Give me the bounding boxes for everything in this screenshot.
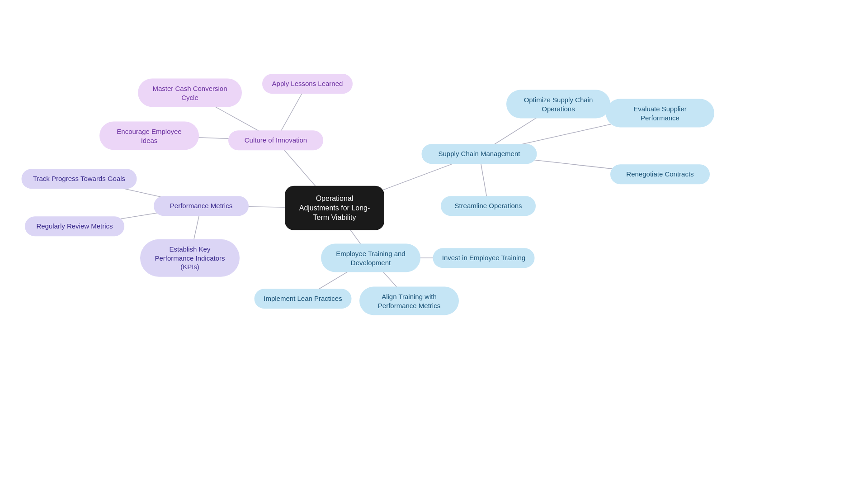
node-regularly_review[interactable]: Regularly Review Metrics (25, 216, 124, 236)
node-implement_lean[interactable]: Implement Lean Practices (255, 289, 352, 309)
node-performance_metrics[interactable]: Performance Metrics (154, 196, 249, 216)
node-evaluate_supplier[interactable]: Evaluate Supplier Performance (606, 99, 714, 128)
node-master_cash[interactable]: Master Cash Conversion Cycle (138, 79, 242, 107)
mindmap-container: Operational Adjustments for Long-Term Vi… (0, 0, 868, 490)
node-label-streamline_ops: Streamline Operations (454, 201, 522, 210)
node-label-apply_lessons: Apply Lessons Learned (272, 79, 343, 88)
node-label-establish_kpi: Establish Key Performance Indicators (KP… (149, 245, 231, 271)
node-label-implement_lean: Implement Lean Practices (264, 294, 342, 303)
node-label-align_training: Align Training with Performance Metrics (368, 292, 450, 310)
node-label-encourage_employee: Encourage Employee Ideas (108, 127, 190, 145)
node-label-employee_training: Employee Training and Development (330, 249, 411, 267)
node-supply_chain_mgmt[interactable]: Supply Chain Management (422, 144, 537, 164)
node-label-master_cash: Master Cash Conversion Cycle (147, 84, 233, 102)
node-label-performance_metrics: Performance Metrics (170, 201, 232, 210)
connection-lines (0, 0, 868, 490)
node-apply_lessons[interactable]: Apply Lessons Learned (262, 74, 353, 94)
node-label-evaluate_supplier: Evaluate Supplier Performance (615, 105, 705, 122)
node-optimize_supply[interactable]: Optimize Supply Chain Operations (506, 90, 610, 119)
node-label-invest_training: Invest in Employee Training (442, 253, 525, 262)
node-label-renegotiate: Renegotiate Contracts (626, 170, 693, 179)
node-label-regularly_review: Regularly Review Metrics (36, 222, 113, 231)
node-invest_training[interactable]: Invest in Employee Training (433, 248, 535, 268)
node-establish_kpi[interactable]: Establish Key Performance Indicators (KP… (140, 239, 240, 277)
node-label-culture_of_innovation: Culture of Innovation (245, 136, 307, 145)
node-encourage_employee[interactable]: Encourage Employee Ideas (99, 122, 199, 150)
node-label-center: Operational Adjustments for Long-Term Vi… (296, 194, 373, 222)
node-center[interactable]: Operational Adjustments for Long-Term Vi… (285, 186, 384, 230)
node-culture_of_innovation[interactable]: Culture of Innovation (228, 130, 323, 150)
node-renegotiate[interactable]: Renegotiate Contracts (610, 164, 710, 184)
node-label-supply_chain_mgmt: Supply Chain Management (439, 149, 520, 158)
node-label-track_progress: Track Progress Towards Goals (33, 174, 125, 183)
node-label-optimize_supply: Optimize Supply Chain Operations (515, 95, 601, 113)
node-streamline_ops[interactable]: Streamline Operations (441, 196, 536, 216)
node-align_training[interactable]: Align Training with Performance Metrics (359, 287, 459, 315)
node-track_progress[interactable]: Track Progress Towards Goals (22, 169, 137, 189)
node-employee_training[interactable]: Employee Training and Development (321, 244, 420, 272)
